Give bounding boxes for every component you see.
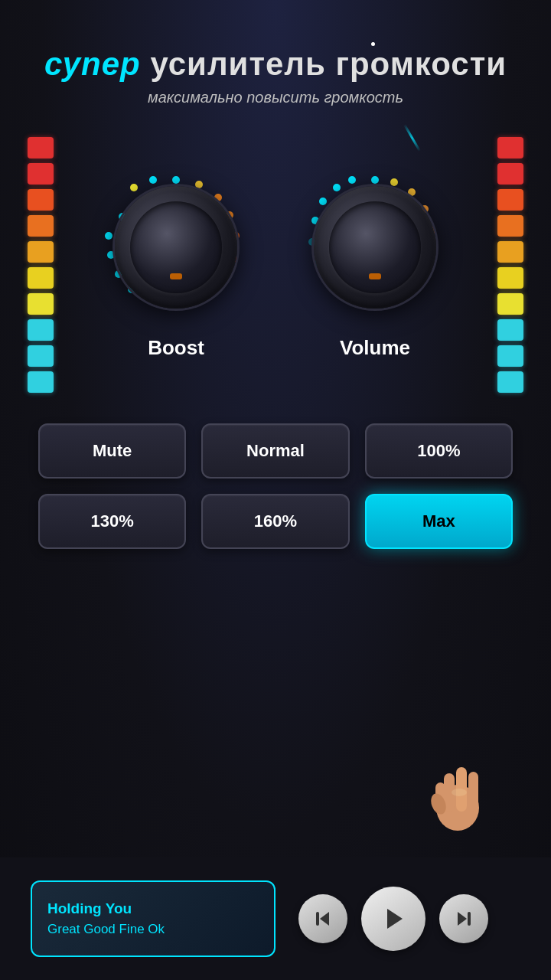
vu-meter-left <box>28 137 54 393</box>
svg-point-16 <box>371 176 379 184</box>
hand-cursor-decoration <box>429 750 490 835</box>
song-title: Holding You <box>47 900 259 917</box>
vu-bar <box>28 267 54 289</box>
vu-bar <box>28 319 54 341</box>
svg-point-25 <box>333 184 341 191</box>
vu-bar <box>28 371 54 393</box>
vu-bar <box>28 241 54 263</box>
boost-knob-body[interactable] <box>115 186 237 309</box>
title-super: супер <box>44 46 141 82</box>
volume-indicator <box>369 273 381 279</box>
play-button[interactable] <box>361 887 425 951</box>
svg-point-9 <box>107 251 115 259</box>
svg-point-36 <box>452 789 467 796</box>
svg-rect-33 <box>468 772 478 812</box>
boost-indicator <box>170 273 182 279</box>
svg-point-8 <box>105 232 112 240</box>
vu-bar <box>497 189 523 211</box>
song-artist: Great Good Fine Ok <box>47 922 259 937</box>
p130-button[interactable]: 130% <box>38 494 186 549</box>
boost-knob-container: Boost <box>99 171 253 360</box>
svg-rect-38 <box>316 912 319 926</box>
vu-bar <box>28 137 54 158</box>
volume-label: Volume <box>340 336 410 360</box>
vu-bar <box>497 319 523 341</box>
vu-bar <box>497 293 523 315</box>
vu-bar <box>28 293 54 315</box>
buttons-row-1: Mute Normal 100% <box>38 423 513 479</box>
p160-button[interactable]: 160% <box>201 494 349 549</box>
boost-knob-wrapper[interactable] <box>99 171 253 324</box>
header-title: супер усилитель громкости <box>0 46 551 83</box>
mute-button[interactable]: Mute <box>38 423 186 479</box>
vu-bar <box>497 371 523 393</box>
title-rest: усилитель громкости <box>141 46 507 82</box>
svg-point-26 <box>319 198 327 205</box>
vu-bar <box>497 267 523 289</box>
vu-bar <box>28 345 54 367</box>
svg-marker-39 <box>387 909 403 929</box>
next-button[interactable] <box>439 894 488 943</box>
vu-bar <box>28 189 54 211</box>
svg-rect-32 <box>456 767 467 812</box>
svg-point-1 <box>195 181 203 188</box>
svg-marker-40 <box>458 912 467 926</box>
normal-button[interactable]: Normal <box>201 423 349 479</box>
svg-rect-31 <box>444 773 455 812</box>
vu-bar <box>497 163 523 185</box>
svg-point-14 <box>130 184 138 191</box>
play-icon <box>380 905 407 933</box>
prev-button[interactable] <box>298 894 347 943</box>
vu-bar <box>497 137 523 158</box>
volume-knob-wrapper[interactable] <box>298 171 452 324</box>
vu-bar <box>28 163 54 185</box>
svg-point-35 <box>429 792 448 816</box>
svg-rect-34 <box>435 782 445 813</box>
svg-point-18 <box>408 188 416 196</box>
volume-knob-inner <box>329 201 421 293</box>
player-controls <box>298 887 488 951</box>
player-section: Holding You Great Good Fine Ok <box>0 858 551 980</box>
svg-point-15 <box>149 176 157 184</box>
svg-point-0 <box>172 176 180 184</box>
boost-knob-inner <box>130 201 222 293</box>
knobs-section: Boost <box>0 137 551 393</box>
svg-point-17 <box>390 178 398 186</box>
vu-bar <box>497 241 523 263</box>
next-icon <box>453 908 474 929</box>
song-info: Holding You Great Good Fine Ok <box>31 880 276 957</box>
volume-knob-body[interactable] <box>314 186 436 309</box>
vu-bar <box>497 345 523 367</box>
buttons-section: Mute Normal 100% 130% 160% Max <box>0 393 551 580</box>
max-button[interactable]: Max <box>365 494 513 549</box>
vu-bar <box>28 215 54 237</box>
vu-bar <box>497 215 523 237</box>
header: супер усилитель громкости максимально по… <box>0 0 551 122</box>
p100-button[interactable]: 100% <box>365 423 513 479</box>
volume-knob-container: Volume <box>298 171 452 360</box>
header-subtitle: максимально повысить громкость <box>0 89 551 106</box>
svg-point-30 <box>436 785 479 831</box>
buttons-row-2: 130% 160% Max <box>38 494 513 549</box>
prev-icon <box>312 908 334 929</box>
star-decoration <box>371 42 375 46</box>
svg-marker-37 <box>320 912 329 926</box>
svg-rect-41 <box>468 912 471 926</box>
boost-label: Boost <box>148 336 204 360</box>
svg-point-24 <box>348 176 356 184</box>
vu-meter-right <box>497 137 523 393</box>
